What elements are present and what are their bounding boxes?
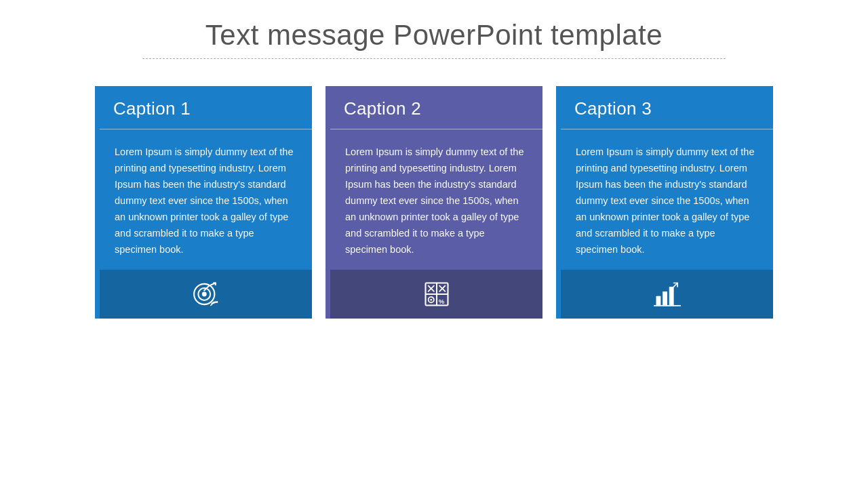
- card-1: Caption 1 Lorem Ipsum is simply dummy te…: [95, 86, 312, 319]
- target-icon: [191, 279, 221, 309]
- svg-rect-16: [663, 291, 667, 306]
- title-divider: [142, 58, 726, 59]
- svg-point-13: [430, 299, 432, 301]
- card-1-body: Lorem Ipsum is simply dummy text of the …: [100, 129, 312, 270]
- cards-container: Caption 1 Lorem Ipsum is simply dummy te…: [0, 66, 868, 488]
- card-3-footer: [561, 270, 773, 319]
- grid-settings-icon: %: [422, 279, 452, 309]
- svg-line-18: [673, 283, 677, 288]
- card-2-title: Caption 2: [344, 98, 421, 119]
- card-3-body: Lorem Ipsum is simply dummy text of the …: [561, 129, 773, 270]
- card-3-header: Caption 3: [561, 86, 773, 129]
- svg-rect-15: [656, 296, 660, 306]
- card-2-footer: %: [330, 270, 542, 319]
- card-3-title: Caption 3: [574, 98, 652, 119]
- card-1-title: Caption 1: [113, 98, 191, 119]
- svg-text:%: %: [438, 298, 444, 305]
- card-1-footer: [100, 270, 312, 319]
- page-title: Text message PowerPoint template: [54, 19, 814, 52]
- card-1-header: Caption 1: [100, 86, 312, 129]
- card-2-header: Caption 2: [330, 86, 542, 129]
- card-2-body: Lorem Ipsum is simply dummy text of the …: [330, 129, 542, 270]
- svg-point-2: [201, 292, 206, 297]
- card-3: Caption 3 Lorem Ipsum is simply dummy te…: [556, 86, 773, 319]
- svg-rect-17: [669, 287, 673, 306]
- card-2: Caption 2 Lorem Ipsum is simply dummy te…: [326, 86, 542, 319]
- chart-bar-icon: [652, 279, 682, 309]
